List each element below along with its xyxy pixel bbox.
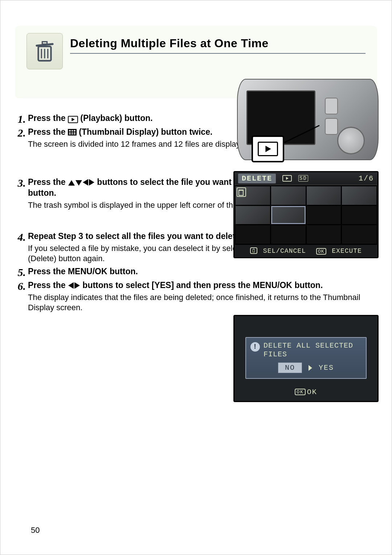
svg-marker-6 xyxy=(265,146,271,152)
figure-camera xyxy=(233,72,379,160)
svg-marker-5 xyxy=(72,118,74,121)
menu-ok-label: MENU/OK xyxy=(253,280,292,290)
dialog-ok-label: OK xyxy=(307,388,317,396)
thumb-cell xyxy=(236,206,270,224)
figure-lcd-thumbnails: DELETE SD 1/6 xyxy=(233,171,379,258)
arrow-left-icon xyxy=(68,282,74,289)
step-number: 4 xyxy=(15,232,28,264)
step-number: 1 xyxy=(15,114,28,125)
thumb-cell xyxy=(307,186,341,205)
title-rule xyxy=(70,53,366,54)
thumb-cell-empty xyxy=(271,225,306,244)
menu-ok-label: MENU/OK xyxy=(68,267,107,276)
playback-icon xyxy=(68,116,78,123)
arrow-left-icon xyxy=(83,179,88,186)
page-title: Deleting Multiple Files at One Time xyxy=(70,37,366,53)
step3-text-a: Press the xyxy=(28,177,68,187)
dialog-yes: YES xyxy=(319,364,334,372)
left-right-icon xyxy=(68,280,82,290)
page-number: 50 xyxy=(31,526,40,535)
step-5: 5 Press the MENU/OK button. xyxy=(15,266,377,278)
section-trash-icon xyxy=(26,33,63,69)
step4-body-b: (Delete) button again. xyxy=(28,254,105,263)
arrow-right-icon xyxy=(309,365,312,371)
thumb-cell xyxy=(342,186,376,205)
figure-lcd-confirm: ! DELETE ALL SELECTED FILES NO YES OK OK xyxy=(233,315,379,402)
arrow-right-icon xyxy=(89,179,94,186)
lcd-sel-cancel: SEL/CANCEL xyxy=(263,247,306,255)
step2-text-b: (Thumbnail Display) button twice. xyxy=(79,127,212,137)
step-number: 6 xyxy=(15,281,28,313)
playback-callout xyxy=(252,135,284,162)
lcd-delete-tab: DELETE xyxy=(238,174,276,183)
step1-text-a: Press the xyxy=(28,113,68,123)
lcd-counter: 1/6 xyxy=(359,174,374,183)
thumb-cell-empty xyxy=(342,225,376,244)
playback-icon xyxy=(258,142,278,156)
step-6: 6 Press the buttons to select [YES] and … xyxy=(15,280,377,313)
svg-rect-4 xyxy=(42,42,47,44)
thumb-cell xyxy=(271,186,306,205)
svg-marker-7 xyxy=(286,177,289,180)
thumb-cell-empty xyxy=(342,206,376,224)
step6-body: The display indicates that the files are… xyxy=(28,292,377,313)
thumb-cell xyxy=(236,186,270,205)
step-number: 3 xyxy=(15,178,28,210)
play-mode-icon xyxy=(282,175,292,182)
arrow-right-icon xyxy=(74,282,80,289)
step5-text-a: Press the xyxy=(28,267,68,276)
step2-text-a: Press the xyxy=(28,127,68,137)
step6-text-a: Press the xyxy=(28,280,68,290)
arrow-up-icon xyxy=(68,180,75,186)
step6-text-b: buttons to select [YES] and then press t… xyxy=(82,280,253,290)
step-number: 2 xyxy=(15,127,28,149)
arrow-down-icon xyxy=(75,180,82,186)
thumb-cell-empty xyxy=(236,225,270,244)
thumb-cell-empty xyxy=(307,206,341,224)
step6-text-c: button. xyxy=(294,280,323,290)
ok-pill-icon: OK xyxy=(316,248,326,255)
thumb-cell-selected xyxy=(271,206,306,224)
trash-pill-icon xyxy=(250,247,257,254)
step-number: 5 xyxy=(15,267,28,278)
ok-pill-icon: OK xyxy=(295,389,306,395)
lcd-execute: EXECUTE xyxy=(332,247,362,255)
dialog-text: DELETE ALL SELECTED FILES xyxy=(264,341,362,359)
thumbnail-icon xyxy=(68,129,77,135)
thumb-cell-empty xyxy=(307,225,341,244)
trash-icon xyxy=(32,39,57,64)
sd-icon: SD xyxy=(298,175,308,182)
dialog-no: NO xyxy=(278,362,302,373)
dpad-icon xyxy=(68,177,97,187)
step1-text-b: (Playback) button. xyxy=(80,113,152,123)
warning-icon: ! xyxy=(250,342,260,352)
step5-text-b: button. xyxy=(107,267,138,276)
